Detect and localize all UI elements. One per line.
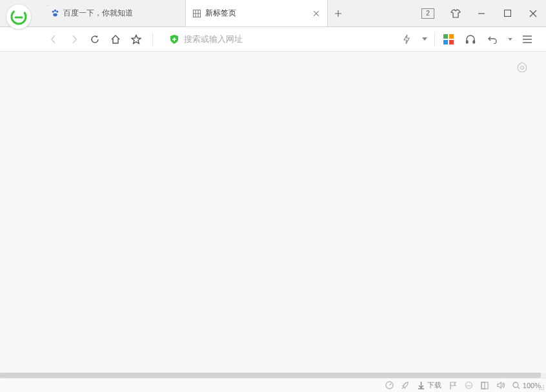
tab-baidu[interactable]: 百度一下，你就知道 — [44, 0, 186, 26]
reload-icon — [90, 34, 100, 44]
svg-point-18 — [541, 387, 542, 388]
browser-logo-wrap — [0, 0, 37, 26]
baidu-paw-icon — [50, 9, 59, 18]
horizontal-scrollbar[interactable] — [0, 373, 546, 378]
undo-icon — [487, 35, 498, 44]
undo-button[interactable] — [484, 31, 501, 48]
svg-rect-14 — [481, 382, 485, 389]
back-button[interactable] — [45, 31, 62, 48]
tab-strip: 百度一下，你就知道 新标签页 — [37, 0, 417, 26]
reload-button[interactable] — [86, 31, 103, 48]
tab-count-label: 2 — [421, 8, 434, 19]
skin-button[interactable] — [443, 0, 469, 27]
chevron-right-icon — [71, 35, 77, 44]
flag-icon — [449, 382, 457, 389]
search-icon — [512, 382, 520, 389]
svg-rect-8 — [473, 41, 475, 43]
status-ie-mode-button[interactable] — [465, 381, 473, 389]
svg-point-21 — [539, 389, 540, 390]
page-settings-button[interactable] — [516, 62, 528, 74]
svg-point-2 — [54, 10, 56, 12]
download-icon — [418, 382, 425, 389]
rocket-icon — [401, 381, 410, 389]
window-controls: 2 — [417, 0, 546, 26]
separator — [152, 32, 153, 46]
status-accelerate-button[interactable] — [385, 381, 394, 389]
gear-icon — [516, 62, 528, 74]
svg-point-3 — [56, 10, 58, 12]
toolbar — [0, 27, 546, 52]
svg-point-12 — [465, 382, 472, 388]
status-flag-button[interactable] — [449, 382, 457, 389]
address-input[interactable] — [184, 34, 381, 44]
e-logo-icon — [10, 8, 27, 25]
status-bar: 下载 100% — [0, 378, 546, 392]
ie-icon — [465, 381, 473, 389]
toolbar-right — [393, 31, 541, 48]
status-reader-button[interactable] — [481, 382, 489, 389]
new-tab-button[interactable] — [328, 0, 349, 26]
tab-count-button[interactable]: 2 — [417, 0, 443, 27]
hamburger-icon — [522, 35, 532, 43]
undo-dropdown[interactable] — [506, 31, 514, 48]
forward-button[interactable] — [66, 31, 83, 48]
svg-point-20 — [541, 389, 542, 390]
svg-point-16 — [543, 385, 544, 386]
star-icon — [131, 34, 141, 44]
headphones-icon — [465, 34, 476, 44]
title-bar: ... 百度一下，你就知道 新标签页 — [0, 0, 546, 27]
chevron-down-icon — [508, 38, 512, 41]
address-bar[interactable] — [166, 30, 384, 48]
flash-dropdown[interactable] — [420, 31, 429, 48]
apps-grid-icon — [443, 34, 454, 44]
close-icon[interactable] — [312, 9, 321, 18]
tab-newtab[interactable]: 新标签页 — [186, 0, 328, 26]
volume-icon — [496, 381, 505, 389]
grid-icon — [192, 9, 201, 18]
status-block-button[interactable] — [401, 381, 410, 389]
svg-marker-9 — [518, 63, 527, 72]
svg-point-19 — [543, 389, 544, 390]
reader-icon — [481, 382, 489, 389]
tab-label: 新标签页 — [205, 8, 236, 19]
browser-logo[interactable] — [6, 4, 32, 30]
favorites-button[interactable] — [128, 31, 145, 48]
gauge-icon — [385, 381, 394, 389]
shirt-icon — [450, 9, 461, 18]
shield-icon — [168, 34, 180, 45]
status-zoom-button[interactable]: 100% — [512, 382, 541, 389]
svg-point-10 — [521, 66, 524, 70]
chevron-down-icon — [422, 37, 427, 41]
svg-point-1 — [52, 10, 54, 12]
svg-point-4 — [53, 14, 57, 17]
home-button[interactable] — [107, 31, 124, 48]
menu-button[interactable] — [519, 31, 536, 48]
maximize-button[interactable] — [494, 0, 520, 27]
scrollbar-thumb[interactable] — [0, 373, 541, 378]
status-mute-button[interactable] — [496, 381, 505, 389]
home-icon — [110, 34, 121, 44]
page-content — [0, 52, 546, 378]
svg-rect-7 — [467, 41, 469, 43]
status-download-button[interactable]: 下载 — [418, 380, 441, 390]
svg-point-15 — [513, 382, 518, 387]
flash-mode-button[interactable] — [398, 31, 415, 48]
resize-grip-icon[interactable] — [538, 384, 545, 391]
svg-point-17 — [543, 387, 544, 388]
minimize-button[interactable] — [469, 0, 494, 27]
chevron-left-icon — [50, 35, 57, 44]
separator — [434, 32, 435, 46]
svg-rect-6 — [504, 10, 511, 17]
download-label: 下载 — [427, 380, 441, 390]
headphones-button[interactable] — [462, 31, 479, 48]
window-close-button[interactable] — [520, 0, 546, 27]
bolt-icon — [403, 34, 410, 44]
apps-button[interactable] — [440, 31, 457, 48]
tab-label: 百度一下，你就知道 — [63, 8, 133, 19]
